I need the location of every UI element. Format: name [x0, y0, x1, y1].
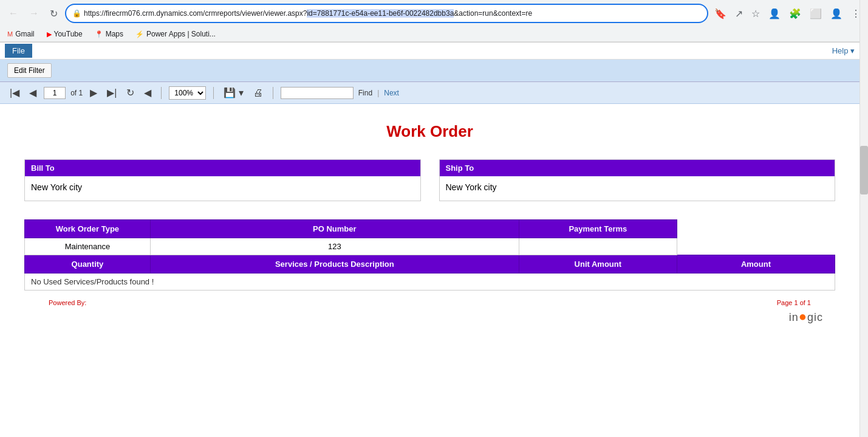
back-report-button[interactable]: ◀: [142, 86, 154, 100]
bookmark-gmail[interactable]: M Gmail: [5, 29, 37, 40]
forward-button[interactable]: →: [26, 5, 43, 21]
find-input[interactable]: [281, 87, 354, 99]
youtube-icon: ▶: [47, 30, 52, 38]
find-label: Find: [358, 89, 372, 97]
page-of-label: of 1: [70, 89, 83, 97]
col-work-order-type: Work Order Type: [25, 220, 151, 238]
col-amount: Amount: [677, 255, 835, 274]
back-button[interactable]: ←: [5, 5, 22, 21]
bookmark-youtube[interactable]: ▶ YouTube: [44, 29, 85, 40]
separator2: [213, 87, 214, 99]
bookmark-star-icon[interactable]: 🔖: [712, 5, 729, 22]
help-button[interactable]: Help ▾: [832, 46, 855, 55]
col-services: Services / Products Description: [150, 255, 519, 274]
refresh-report-button[interactable]: ↻: [124, 86, 137, 100]
account-icon[interactable]: 👤: [828, 5, 845, 22]
col-payment-terms: Payment Terms: [519, 220, 677, 238]
next-page-button[interactable]: ▶: [87, 86, 100, 100]
refresh-button[interactable]: ↻: [46, 5, 61, 22]
profile-icon[interactable]: 👤: [766, 5, 783, 22]
no-data-row: No Used Services/Products found !: [25, 274, 835, 291]
first-page-button[interactable]: |◀: [7, 86, 22, 100]
file-button[interactable]: File: [5, 44, 32, 58]
cell-payment-terms: [519, 238, 677, 255]
bookmark-maps[interactable]: 📍 Maps: [92, 29, 126, 40]
report-filter-toolbar: Edit Filter: [0, 60, 859, 82]
viewer-toolbar: |◀ ◀ of 1 ▶ ▶| ↻ ◀ 100% 75% 50% 150% 200…: [0, 82, 859, 104]
zoom-select[interactable]: 100% 75% 50% 150% 200%: [169, 86, 206, 100]
app-toolbar: File Help ▾: [0, 43, 859, 60]
bill-to-header: Bill To: [25, 160, 420, 176]
lock-icon: 🔒: [72, 9, 81, 18]
bill-to-city: New York city: [25, 176, 420, 201]
share-icon[interactable]: ↗: [733, 5, 745, 22]
prev-page-button[interactable]: ◀: [27, 86, 39, 100]
no-data-message: No Used Services/Products found !: [25, 274, 835, 291]
page-label: Page 1 of 1: [777, 299, 811, 306]
find-separator: |: [377, 89, 379, 97]
table-row: Maintenance 123: [25, 238, 835, 255]
maps-icon: 📍: [95, 30, 103, 38]
page-input[interactable]: [44, 87, 66, 99]
separator3: [273, 87, 273, 99]
address-section: Bill To New York city Ship To New York c…: [24, 159, 835, 201]
cell-po-number: 123: [150, 238, 519, 255]
col-quantity: Quantity: [25, 255, 151, 274]
report-content: Work Order Bill To New York city Ship To…: [0, 104, 859, 408]
bookmark-powerapps[interactable]: ⚡ Power Apps | Soluti...: [133, 29, 218, 40]
ship-to-header: Ship To: [440, 160, 835, 176]
report-title: Work Order: [24, 122, 835, 141]
ship-to-city: New York city: [440, 176, 835, 201]
powerapps-icon: ⚡: [135, 30, 144, 38]
powered-by-label: Powered By:: [49, 299, 86, 306]
tab-icon[interactable]: ⬜: [807, 5, 824, 22]
report-footer: Powered By: Page 1 of 1: [24, 297, 835, 309]
favorite-icon[interactable]: ☆: [749, 5, 762, 22]
address-bar-text: https://firecrm076.crm.dynamics.com/crmr…: [84, 9, 701, 18]
last-page-button[interactable]: ▶|: [104, 86, 119, 100]
inogic-logo: in●gic: [789, 311, 823, 323]
cell-work-order-type: Maintenance: [25, 238, 151, 255]
col-unit-amount: Unit Amount: [519, 255, 677, 274]
gmail-icon: M: [7, 30, 13, 38]
scrollbar-thumb[interactable]: [860, 146, 868, 194]
bill-to-box: Bill To New York city: [24, 159, 421, 201]
address-bar[interactable]: 🔒 https://firecrm076.crm.dynamics.com/cr…: [65, 4, 708, 23]
col-po-number: PO Number: [150, 220, 519, 238]
scrollbar[interactable]: [859, 0, 868, 408]
ship-to-box: Ship To New York city: [439, 159, 836, 201]
next-label[interactable]: Next: [384, 89, 399, 97]
save-button[interactable]: 💾 ▾: [221, 86, 245, 100]
separator: [161, 87, 162, 99]
edit-filter-button[interactable]: Edit Filter: [7, 63, 52, 78]
print-button[interactable]: 🖨: [251, 86, 265, 100]
extensions-icon[interactable]: 🧩: [787, 5, 804, 22]
work-order-table: Work Order Type PO Number Payment Terms …: [24, 219, 835, 291]
